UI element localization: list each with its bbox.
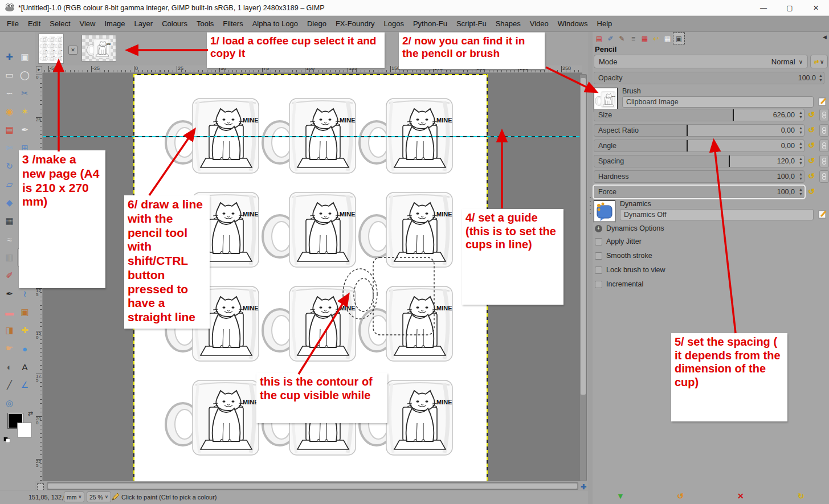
reset-button[interactable]: ↻ xyxy=(798,491,805,501)
link-icon[interactable] xyxy=(819,140,829,152)
menu-file[interactable]: File xyxy=(2,17,23,30)
tool-rotate[interactable]: ↻ xyxy=(2,157,17,175)
edit-dynamics-icon[interactable] xyxy=(818,210,828,219)
dock-tab-tool-options[interactable]: ▤ xyxy=(594,33,605,44)
swap-colors-icon[interactable]: ⇄ xyxy=(28,410,33,417)
dock-collapse-icon[interactable]: ◀ xyxy=(823,34,827,40)
spinner-icon[interactable]: ▲▼ xyxy=(819,73,823,83)
spacing-slider[interactable]: Spacing120,0▲▼↺ xyxy=(594,155,828,167)
close-button[interactable]: ✕ xyxy=(803,0,829,16)
dynamics-options-expander[interactable]: + Dynamics Options xyxy=(595,224,664,232)
menu-logos[interactable]: Logos xyxy=(379,17,409,30)
force-slider[interactable]: Force100,0▲▼↺ xyxy=(594,186,828,198)
horizontal-guide[interactable] xyxy=(43,136,582,137)
menu-help[interactable]: Help xyxy=(593,17,617,30)
delete-button[interactable]: ✕ xyxy=(737,491,744,501)
spinner-icon[interactable]: ▲▼ xyxy=(799,187,803,196)
minimize-button[interactable]: — xyxy=(750,0,777,16)
tool-rectangle-select[interactable]: ▭ xyxy=(2,66,17,84)
tool-dodge-burn[interactable]: ◐ xyxy=(2,358,17,376)
color-swatches[interactable]: ⇄ xyxy=(6,412,32,439)
horizontal-scrollbar[interactable] xyxy=(47,482,578,490)
tool-free-select[interactable]: ∽ xyxy=(2,84,17,103)
background-color-swatch[interactable] xyxy=(17,423,32,437)
menu-filters[interactable]: Filters xyxy=(218,17,247,30)
tool-clone[interactable]: ▣ xyxy=(17,303,32,321)
brush-value[interactable]: Clipboard Image xyxy=(622,96,814,108)
default-colors-icon[interactable] xyxy=(3,437,10,443)
tool-perspective-clone[interactable]: ◨ xyxy=(2,321,17,339)
checkbox-incremental[interactable]: Incremental xyxy=(595,280,643,288)
mode-options-button[interactable]: ⇄∨ xyxy=(810,55,828,68)
checkbox-icon[interactable] xyxy=(595,252,602,260)
unit-dropdown[interactable]: mm∨ xyxy=(64,491,84,502)
maximize-button[interactable]: ▢ xyxy=(777,0,803,16)
checkbox-icon[interactable] xyxy=(595,238,602,245)
tool-eraser[interactable]: ▬ xyxy=(2,303,17,321)
tool-foreground-select[interactable]: ◉ xyxy=(2,103,17,121)
tool-crop[interactable]: ✄ xyxy=(2,139,17,157)
tool-cage-transform[interactable]: ▦ xyxy=(2,212,17,230)
tool-text[interactable]: A xyxy=(17,358,32,376)
menu-video[interactable]: Video xyxy=(525,17,553,30)
reset-icon[interactable]: ↺ xyxy=(808,110,815,119)
spinner-icon[interactable]: ▲▼ xyxy=(799,110,803,120)
menu-view[interactable]: View xyxy=(75,17,100,30)
image-tab-coffee-cup[interactable] xyxy=(81,35,116,62)
mode-dropdown[interactable]: Mode Normal∨ xyxy=(594,55,808,68)
edit-brush-icon[interactable] xyxy=(818,97,828,106)
menu-select[interactable]: Select xyxy=(45,17,75,30)
tool-fuzzy-select[interactable]: ✶ xyxy=(17,103,32,121)
zoom-dropdown[interactable]: 25 %∨ xyxy=(87,491,111,502)
checkbox-smooth-stroke[interactable]: Smooth stroke xyxy=(595,252,652,260)
reset-icon[interactable]: ↺ xyxy=(808,141,815,150)
vertical-scrollbar-thumb[interactable] xyxy=(581,78,586,395)
tool-warp-transform[interactable]: ≈ xyxy=(2,230,17,248)
link-icon[interactable] xyxy=(819,170,829,183)
link-icon[interactable] xyxy=(819,124,829,137)
checkbox-icon[interactable] xyxy=(595,267,602,274)
tab-close-icon[interactable]: ✕ xyxy=(68,46,77,55)
link-icon[interactable] xyxy=(819,155,829,167)
tool-ellipse-select[interactable]: ◯ xyxy=(17,66,32,84)
menu-fx-foundry[interactable]: FX-Foundry xyxy=(331,17,379,30)
save-preset-button[interactable]: ▼ xyxy=(616,491,624,501)
tool-select-by-color[interactable]: ▤ xyxy=(2,121,17,139)
tool-ink[interactable]: ✒ xyxy=(2,285,17,303)
tool-paths[interactable]: ✒ xyxy=(17,121,32,139)
tool-measure[interactable]: ∠ xyxy=(17,376,32,394)
checkbox-apply-jitter[interactable]: Apply Jitter xyxy=(595,237,642,245)
spinner-icon[interactable]: ▲▼ xyxy=(799,157,803,166)
dynamics-thumbnail[interactable] xyxy=(594,200,615,222)
reset-icon[interactable]: ↺ xyxy=(808,187,815,196)
tool-heal[interactable]: ✚ xyxy=(17,321,32,339)
menu-colours[interactable]: Colours xyxy=(157,17,192,30)
dock-tab-device-status[interactable]: ✐ xyxy=(605,33,616,44)
dynamics-value[interactable]: Dynamics Off xyxy=(620,209,814,220)
reset-icon[interactable]: ↺ xyxy=(808,156,815,165)
tool-zoom[interactable]: ◎ xyxy=(2,394,17,412)
menu-diego[interactable]: Diego xyxy=(303,17,331,30)
hardness-slider[interactable]: Hardness100,0▲▼↺ xyxy=(594,170,828,183)
checkbox-lock-brush-to-view[interactable]: Lock brush to view xyxy=(595,266,665,274)
image-tab-untitled[interactable] xyxy=(38,34,64,64)
dock-tab-images[interactable]: ▦ xyxy=(662,33,673,44)
tool-scissors-select[interactable]: ✂ xyxy=(17,84,32,103)
menu-image[interactable]: Image xyxy=(100,17,129,30)
dock-tab-patterns[interactable]: ▦ xyxy=(639,33,650,44)
tool-paintbrush[interactable]: ✐ xyxy=(2,267,17,285)
size-slider[interactable]: Size626,00▲▼↺ xyxy=(594,109,828,121)
restore-button[interactable]: ↺ xyxy=(677,491,684,501)
menu-shapes[interactable]: Shapes xyxy=(491,17,525,30)
dock-tab-undo-history[interactable]: ↩ xyxy=(651,33,661,44)
menu-alpha-to-logo[interactable]: Alpha to Logo xyxy=(248,17,303,30)
tool-color-picker[interactable]: ╱ xyxy=(2,376,17,394)
menu-windows[interactable]: Windows xyxy=(553,17,593,30)
tool-smudge[interactable]: ☛ xyxy=(2,339,17,358)
tool-perspective[interactable]: ◆ xyxy=(2,194,17,212)
dock-tab-brushes[interactable]: ✎ xyxy=(616,33,627,44)
tool-shear[interactable]: ▱ xyxy=(2,175,17,194)
ruler-menu-icon[interactable]: ▶ xyxy=(36,66,42,72)
opacity-slider[interactable]: Opacity 100.0 ▲▼ xyxy=(594,72,828,84)
reset-icon[interactable]: ↺ xyxy=(808,125,815,134)
